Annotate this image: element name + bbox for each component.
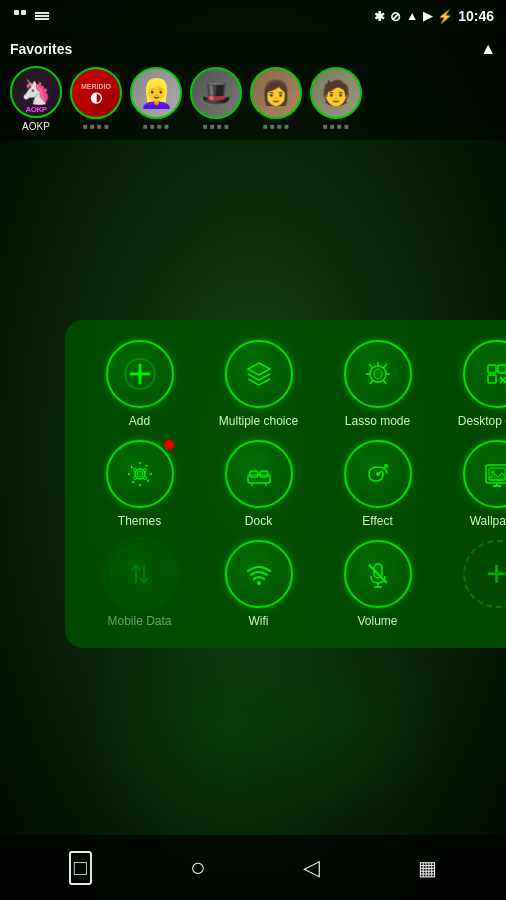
favorites-chevron[interactable]: ▲ bbox=[480, 40, 496, 58]
panel-row-3: Mobile Data Wifi bbox=[80, 540, 506, 628]
favorites-header: Favorites ▲ bbox=[10, 40, 496, 58]
add-label: Add bbox=[129, 414, 150, 428]
signal-icon: ▶ bbox=[423, 9, 432, 23]
dock-label: Dock bbox=[245, 514, 272, 528]
fav-name-meridian: ■ ■ ■ ■ bbox=[83, 122, 109, 131]
favorites-items: 🦄 AOKP AOKP MERIDIO ◐ ■ ■ ■ ■ 👱‍♀️ ■ ■ ■… bbox=[10, 66, 496, 132]
wifi-icon: ▲ bbox=[406, 9, 418, 23]
recent-apps-icon[interactable]: □ bbox=[69, 851, 92, 885]
recent-apps2-icon[interactable]: ▦ bbox=[418, 856, 437, 880]
multiple-choice-button[interactable] bbox=[225, 340, 293, 408]
fav-item-photo1[interactable]: 👱‍♀️ ■ ■ ■ ■ bbox=[130, 67, 182, 131]
bluetooth-icon: ✱ bbox=[374, 9, 385, 24]
lasso-mode-label: Lasso mode bbox=[345, 414, 410, 428]
wifi-button[interactable] bbox=[225, 540, 293, 608]
themes-button[interactable] bbox=[106, 440, 174, 508]
svg-rect-4 bbox=[35, 18, 49, 20]
fav-name-photo3: ■ ■ ■ ■ bbox=[263, 122, 289, 131]
home-button[interactable]: ○ bbox=[190, 852, 206, 883]
fav-avatar-photo2: 🎩 bbox=[190, 67, 242, 119]
quick-panel: › Add bbox=[65, 320, 506, 648]
fav-avatar-photo1: 👱‍♀️ bbox=[130, 67, 182, 119]
fav-item-photo3[interactable]: 👩 ■ ■ ■ ■ bbox=[250, 67, 302, 131]
battery-bolt-icon: ⚡ bbox=[437, 9, 453, 24]
fav-name-aokp: AOKP bbox=[22, 121, 50, 132]
fav-item-photo4[interactable]: 🧑 ■ ■ ■ ■ bbox=[310, 67, 362, 131]
add-more-button[interactable]: + bbox=[463, 540, 507, 608]
back-button[interactable]: ◁ bbox=[303, 855, 320, 881]
panel-row-2: Themes Dock bbox=[80, 440, 506, 528]
volume-button[interactable] bbox=[344, 540, 412, 608]
fav-name-photo4: ■ ■ ■ ■ bbox=[323, 122, 349, 131]
fav-item-meridian[interactable]: MERIDIO ◐ ■ ■ ■ ■ bbox=[70, 67, 122, 131]
fav-name-photo2: ■ ■ ■ ■ bbox=[203, 122, 229, 131]
themes-label: Themes bbox=[118, 514, 161, 528]
panel-item-themes[interactable]: Themes bbox=[100, 440, 180, 528]
favorites-bar: Favorites ▲ 🦄 AOKP AOKP MERIDIO ◐ ■ ■ ■ … bbox=[0, 32, 506, 140]
fav-avatar-meridian: MERIDIO ◐ bbox=[70, 67, 122, 119]
effect-label: Effect bbox=[362, 514, 392, 528]
dock-button[interactable] bbox=[225, 440, 293, 508]
desktop-editor-label: Desktop editor bbox=[458, 414, 506, 428]
status-bar: ✱ ⊘ ▲ ▶ ⚡ 10:46 bbox=[0, 0, 506, 32]
add-button[interactable] bbox=[106, 340, 174, 408]
panel-item-add[interactable]: Add bbox=[100, 340, 180, 428]
multiple-choice-label: Multiple choice bbox=[219, 414, 298, 428]
wifi-label: Wifi bbox=[249, 614, 269, 628]
panel-item-desktop-editor[interactable]: Desktop editor bbox=[457, 340, 507, 428]
panel-item-add-more[interactable]: + bbox=[457, 540, 507, 614]
fav-item-photo2[interactable]: 🎩 ■ ■ ■ ■ bbox=[190, 67, 242, 131]
panel-item-multiple-choice[interactable]: Multiple choice bbox=[219, 340, 299, 428]
svg-rect-0 bbox=[14, 10, 19, 15]
panel-item-wifi[interactable]: Wifi bbox=[219, 540, 299, 628]
lasso-mode-button[interactable] bbox=[344, 340, 412, 408]
status-right-icons: ✱ ⊘ ▲ ▶ ⚡ 10:46 bbox=[374, 8, 494, 24]
fav-item-aokp[interactable]: 🦄 AOKP AOKP bbox=[10, 66, 62, 132]
status-time: 10:46 bbox=[458, 8, 494, 24]
panel-item-effect[interactable]: Effect bbox=[338, 440, 418, 528]
svg-rect-1 bbox=[21, 10, 26, 15]
effect-button[interactable] bbox=[344, 440, 412, 508]
meridian-text: MERIDIO ◐ bbox=[81, 83, 111, 104]
svg-rect-3 bbox=[35, 15, 49, 17]
panel-item-lasso-mode[interactable]: Lasso mode bbox=[338, 340, 418, 428]
panel-item-volume[interactable]: Volume bbox=[338, 540, 418, 628]
volume-label: Volume bbox=[357, 614, 397, 628]
nav-bar: □ ○ ◁ ▦ bbox=[0, 835, 506, 900]
blocked-icon: ⊘ bbox=[390, 9, 401, 24]
panel-row-1: Add Multiple choice bbox=[80, 340, 506, 428]
fav-avatar-photo4: 🧑 bbox=[310, 67, 362, 119]
fav-avatar-photo3: 👩 bbox=[250, 67, 302, 119]
wallpaper-button[interactable] bbox=[463, 440, 507, 508]
panel-item-dock[interactable]: Dock bbox=[219, 440, 299, 528]
wallpaper-label: Wallpaper bbox=[470, 514, 506, 528]
panel-item-mobile-data[interactable]: Mobile Data bbox=[100, 540, 180, 628]
svg-rect-2 bbox=[35, 12, 49, 14]
status-left-icons bbox=[12, 8, 50, 24]
fav-name-photo1: ■ ■ ■ ■ bbox=[143, 122, 169, 131]
mobile-data-label: Mobile Data bbox=[107, 614, 171, 628]
favorites-label: Favorites bbox=[10, 41, 72, 57]
themes-notification-dot bbox=[164, 440, 174, 450]
fav-avatar-aokp: 🦄 AOKP bbox=[10, 66, 62, 118]
panel-item-wallpaper[interactable]: Wallpaper bbox=[457, 440, 507, 528]
mobile-data-button[interactable] bbox=[106, 540, 174, 608]
desktop-editor-button[interactable] bbox=[463, 340, 507, 408]
